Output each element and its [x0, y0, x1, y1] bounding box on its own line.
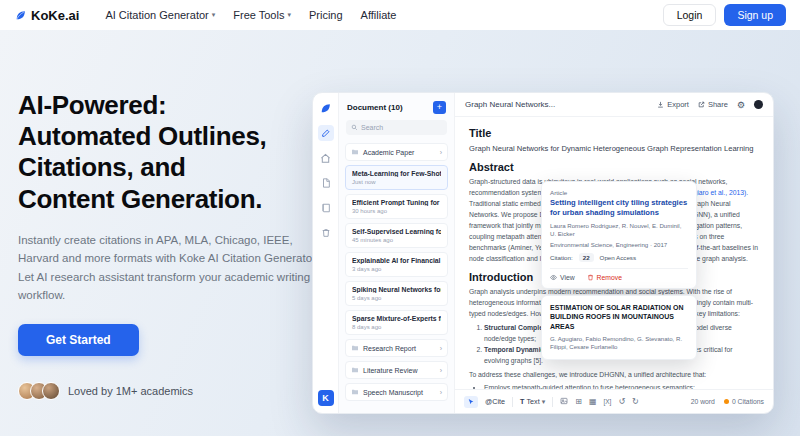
- document-list-item[interactable]: Efficient Prompt Tuning for Larg... 30 h…: [345, 194, 448, 219]
- settings-gear-icon[interactable]: ⚙: [737, 100, 745, 110]
- hero-title-line: Citations, and: [18, 152, 320, 183]
- document-time: 5 days ago: [352, 295, 441, 301]
- section-heading-title: Title: [469, 127, 759, 139]
- logo-text: KoKe.ai: [31, 8, 79, 23]
- document-time: 8 days ago: [352, 324, 441, 330]
- remove-citation-button[interactable]: Remove: [587, 274, 622, 281]
- nav-item-pricing[interactable]: Pricing: [309, 9, 343, 21]
- home-icon[interactable]: [318, 150, 334, 166]
- citation-badges: Citation: 22 Open Access: [550, 253, 688, 262]
- citation-card[interactable]: Article Setting intelligent city tiling …: [541, 181, 697, 289]
- compose-icon[interactable]: [318, 125, 334, 141]
- text-style-label: Text: [526, 397, 539, 406]
- image-icon[interactable]: [560, 397, 568, 407]
- redo-icon[interactable]: ↻: [632, 397, 639, 406]
- top-navbar: KoKe.ai AI Citation Generator ▾ Free Too…: [0, 0, 800, 30]
- account-icon[interactable]: [754, 100, 763, 109]
- toolbar-status: 20 word 0 Citations: [691, 398, 764, 405]
- toolbar-divider: [512, 397, 513, 407]
- hero-title-line: Content Generation.: [18, 184, 320, 215]
- chevron-down-icon: ▾: [542, 398, 546, 406]
- view-label: View: [560, 274, 575, 281]
- document-sidebar: Document (10) + Academic Paper › Meta-Le…: [339, 93, 455, 413]
- text-style-dropdown[interactable]: T Text ▾: [520, 397, 545, 406]
- eye-icon: [550, 274, 557, 281]
- chevron-down-icon: ▾: [287, 11, 291, 19]
- folder-label: Academic Paper: [363, 149, 414, 156]
- citation-count-label: Citation:: [550, 254, 573, 261]
- login-button[interactable]: Login: [663, 4, 717, 26]
- folder-icon: [351, 344, 359, 352]
- share-button[interactable]: Share: [698, 100, 728, 109]
- document-title: Spiking Neural Networks for Edg...: [352, 286, 441, 293]
- citation-popover: Article Setting intelligent city tiling …: [541, 181, 697, 360]
- view-citation-button[interactable]: View: [550, 274, 575, 281]
- document-title: Self-Supervised Learning for Vid...: [352, 228, 441, 235]
- export-button[interactable]: Export: [657, 100, 689, 109]
- grid-icon[interactable]: ▦: [589, 397, 597, 406]
- nav-item-affiliate[interactable]: Affiliate: [361, 9, 397, 21]
- nav-links: AI Citation Generator ▾ Free Tools ▾ Pri…: [105, 9, 396, 21]
- document-title: Meta-Learning for Few-Shot NLP: [352, 170, 441, 177]
- remove-label: Remove: [597, 274, 622, 281]
- folder-speech-manuscript[interactable]: Speech Manuscript ›: [345, 383, 448, 401]
- citation-card[interactable]: ESTIMATION OF SOLAR RADIATION ON BUILDIN…: [541, 295, 697, 360]
- document-time: Just now: [352, 179, 441, 185]
- document-time: 3 days ago: [352, 266, 441, 272]
- select-tool-icon[interactable]: [464, 396, 478, 408]
- cite-tool-button[interactable]: @Cite: [485, 397, 505, 406]
- search-input[interactable]: [361, 124, 441, 131]
- trash-icon[interactable]: [318, 225, 334, 241]
- signup-button[interactable]: Sign up: [724, 4, 786, 26]
- chevron-right-icon: ›: [440, 367, 442, 374]
- search-bar[interactable]: [346, 120, 447, 135]
- formula-icon[interactable]: [X]: [603, 398, 611, 405]
- k-shortcut-button[interactable]: K: [318, 390, 334, 406]
- export-icon: [657, 101, 664, 108]
- citation-title-link[interactable]: ESTIMATION OF SOLAR RADIATION ON BUILDIN…: [550, 303, 688, 332]
- logo[interactable]: KoKe.ai: [14, 8, 79, 23]
- folder-academic-paper[interactable]: Academic Paper ›: [345, 143, 448, 161]
- nav-label: Pricing: [309, 9, 343, 21]
- citations-count[interactable]: 0 Citations: [724, 398, 764, 405]
- table-icon[interactable]: ⊞: [575, 397, 582, 406]
- document-list-item[interactable]: Explainable AI for Financial Risk... 3 d…: [345, 252, 448, 277]
- nav-actions: Login Sign up: [663, 4, 786, 26]
- document-list-item[interactable]: Spiking Neural Networks for Edg... 5 day…: [345, 281, 448, 306]
- add-document-button[interactable]: +: [433, 101, 446, 114]
- search-icon: [351, 124, 358, 131]
- text-icon: T: [520, 397, 524, 406]
- hero-title-line: Automated Outlines,: [18, 121, 320, 152]
- hero-section: AI-Powered: Automated Outlines, Citation…: [0, 30, 800, 436]
- document-title: Sparse Mixture-of-Experts for L...: [352, 315, 441, 322]
- hero-title: AI-Powered: Automated Outlines, Citation…: [18, 90, 320, 215]
- folder-icon: [351, 388, 359, 396]
- document-title: Efficient Prompt Tuning for Larg...: [352, 199, 441, 206]
- document-editor-area[interactable]: Title Graph Neural Networks for Dynamic …: [455, 117, 773, 389]
- nav-item-ai-citation-generator[interactable]: AI Citation Generator ▾: [105, 9, 215, 21]
- open-document-title: Graph Neural Networks...: [465, 100, 555, 109]
- document-list-item[interactable]: Meta-Learning for Few-Shot NLP Just now: [345, 165, 448, 190]
- folder-literature-review[interactable]: Literature Review ›: [345, 361, 448, 379]
- open-access-badge: Open Access: [600, 254, 636, 261]
- word-count: 20 word: [691, 398, 715, 405]
- document-list-item[interactable]: Self-Supervised Learning for Vid... 45 m…: [345, 223, 448, 248]
- document-list-item[interactable]: Sparse Mixture-of-Experts for L... 8 day…: [345, 310, 448, 335]
- library-icon[interactable]: [318, 200, 334, 216]
- share-icon: [698, 101, 705, 108]
- icon-rail: K: [313, 93, 339, 413]
- citation-title-link[interactable]: Setting intelligent city tiling strategi…: [550, 198, 688, 219]
- chevron-down-icon: ▾: [212, 11, 216, 19]
- citation-authors: G. Agugiaro, Fabio Remondino, G. Stevana…: [550, 335, 688, 352]
- folder-label: Literature Review: [363, 367, 417, 374]
- get-started-button[interactable]: Get Started: [18, 324, 139, 356]
- citation-authors: Laura Romero Rodriguez, R. Nouvel, E. Du…: [550, 222, 688, 239]
- undo-icon[interactable]: ↺: [618, 397, 625, 406]
- nav-item-free-tools[interactable]: Free Tools ▾: [233, 9, 291, 21]
- folder-research-report[interactable]: Research Report ›: [345, 339, 448, 357]
- leaf-logo-icon: [14, 9, 27, 22]
- document-icon[interactable]: [318, 175, 334, 191]
- nav-label: Affiliate: [361, 9, 397, 21]
- hero-title-line: AI-Powered:: [18, 90, 320, 121]
- citation-venue: Environmental Science, Engineering · 201…: [550, 241, 688, 248]
